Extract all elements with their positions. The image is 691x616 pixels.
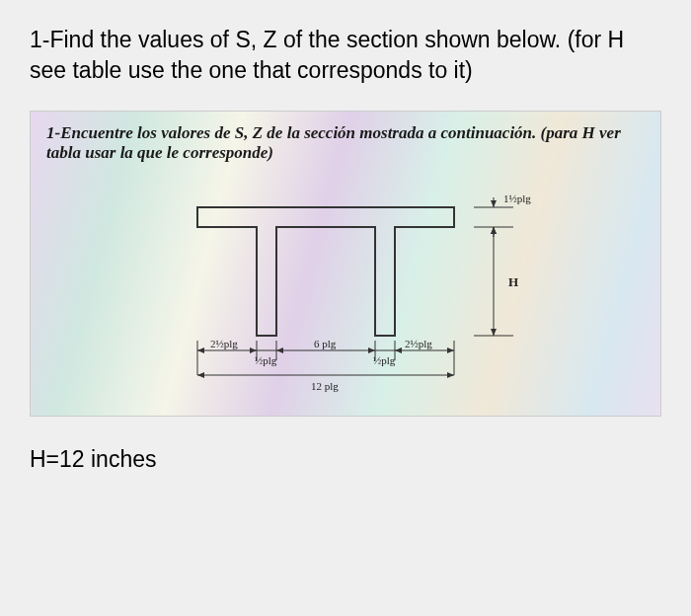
art1 (197, 372, 204, 378)
h-value-text: H=12 inches (30, 446, 661, 473)
figure-header: 1-Encuentre los valores de S, Z de la se… (46, 123, 645, 163)
dim-left-outer: 2½plg (210, 338, 238, 349)
dim-web-left: ½plg (255, 354, 277, 366)
arrow-top-down (491, 200, 497, 207)
section-diagram: 1½plg H 2½plg (46, 178, 645, 395)
dim-flange-thickness: 1½plg (503, 192, 531, 204)
ar1 (197, 347, 204, 353)
art2 (447, 372, 454, 378)
figure-header-text: 1-Encuentre los valores de S, Z de la se… (46, 123, 621, 162)
dim-middle: 6 plg (314, 338, 337, 349)
arrow-h-top (491, 227, 497, 234)
dim-total-width: 12 plg (311, 380, 339, 392)
ar2 (250, 347, 257, 353)
dim-web-right: ½plg (373, 354, 396, 366)
ar6 (447, 347, 454, 353)
question-text: 1-Find the values of S, Z of the section… (30, 25, 661, 86)
dim-height-h: H (508, 274, 518, 289)
ar4 (368, 347, 375, 353)
ar3 (276, 347, 283, 353)
arrow-h-bot (491, 329, 497, 336)
dim-right-inner: 2½plg (405, 338, 432, 349)
diagram-svg: 1½plg H 2½plg (46, 178, 645, 395)
ar5 (395, 347, 402, 353)
figure-container: 1-Encuentre los valores de S, Z de la se… (30, 111, 661, 417)
section-outline (197, 207, 454, 336)
